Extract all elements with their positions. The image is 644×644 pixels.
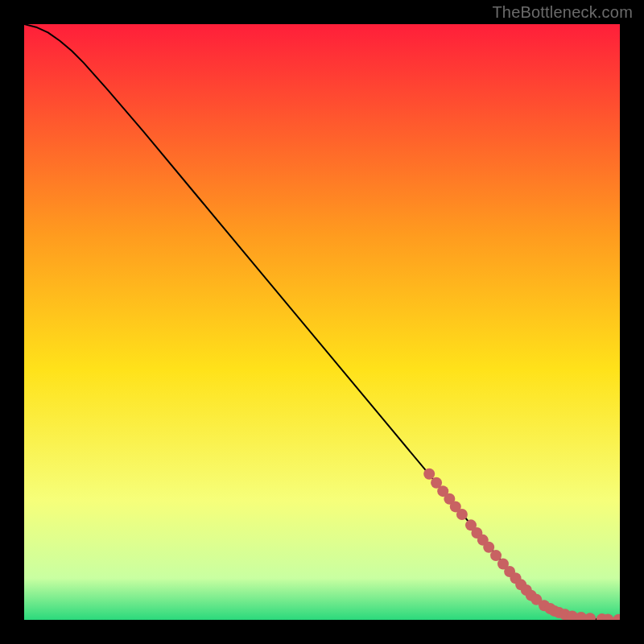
chart-stage: TheBottleneck.com xyxy=(0,0,644,644)
watermark-label: TheBottleneck.com xyxy=(492,3,633,22)
data-point xyxy=(456,509,468,520)
gradient-background xyxy=(24,24,620,620)
data-point xyxy=(423,469,435,480)
plot-area xyxy=(24,24,620,620)
plot-svg xyxy=(24,24,620,620)
